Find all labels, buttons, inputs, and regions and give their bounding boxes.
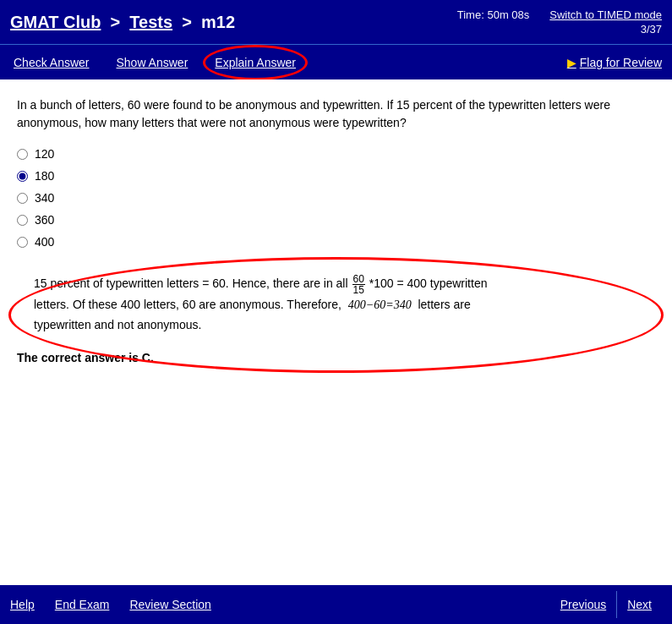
radio-340[interactable] <box>17 193 28 204</box>
breadcrumb: GMAT Club > Tests > m12 <box>10 13 235 32</box>
explain-answer-wrapper: Explain Answer <box>211 49 299 76</box>
tests-link[interactable]: Tests <box>129 13 172 31</box>
radio-360[interactable] <box>17 215 28 226</box>
timer: Time: 50m 08s <box>457 8 530 21</box>
option-120[interactable]: 120 <box>17 147 655 161</box>
flag-icon: ▶ <box>567 56 576 69</box>
question-counter: 3/37 <box>641 23 662 36</box>
timer-row: Time: 50m 08s Switch to TIMED mode <box>457 8 662 21</box>
top-header: GMAT Club > Tests > m12 Time: 50m 08s Sw… <box>0 0 672 44</box>
footer-left: Help End Exam Review Section <box>10 598 211 611</box>
option-360[interactable]: 360 <box>17 213 655 227</box>
footer-right: Previous Next <box>550 591 662 618</box>
header-right: Time: 50m 08s Switch to TIMED mode 3/37 <box>457 8 662 36</box>
end-exam-button[interactable]: End Exam <box>55 598 110 611</box>
main-content: In a bunch of letters, 60 were found to … <box>0 79 672 585</box>
previous-button[interactable]: Previous <box>550 591 617 618</box>
option-340[interactable]: 340 <box>17 191 655 205</box>
explain-answer-button[interactable]: Explain Answer <box>211 49 299 76</box>
nav-left: Check Answer Show Answer Explain Answer <box>10 49 299 76</box>
radio-400[interactable] <box>17 237 28 248</box>
gmat-club-link[interactable]: GMAT Club <box>10 13 101 31</box>
fraction: 60 15 <box>352 274 365 295</box>
option-180[interactable]: 180 <box>17 169 655 183</box>
help-button[interactable]: Help <box>10 598 35 611</box>
timed-mode-button[interactable]: Switch to TIMED mode <box>549 8 662 21</box>
flag-review-button[interactable]: ▶ Flag for Review <box>567 56 662 69</box>
radio-180[interactable] <box>17 171 28 182</box>
footer: Help End Exam Review Section Previous Ne… <box>0 585 672 624</box>
math-expression: 400−60=340 <box>348 298 412 311</box>
explanation-text: 15 percent of typewritten letters = 60. … <box>17 265 655 344</box>
radio-120[interactable] <box>17 149 28 160</box>
show-answer-button[interactable]: Show Answer <box>112 49 191 76</box>
check-answer-button[interactable]: Check Answer <box>10 49 92 76</box>
option-400[interactable]: 400 <box>17 235 655 249</box>
test-name: m12 <box>201 13 235 31</box>
nav-bar: Check Answer Show Answer Explain Answer … <box>0 44 672 79</box>
answer-options: 120 180 340 360 400 <box>17 147 655 249</box>
correct-answer: The correct answer is C. <box>17 351 655 364</box>
explanation-container: 15 percent of typewritten letters = 60. … <box>17 265 655 364</box>
review-section-button[interactable]: Review Section <box>129 598 211 611</box>
next-button[interactable]: Next <box>617 591 662 618</box>
question-text: In a bunch of letters, 60 were found to … <box>17 96 655 132</box>
